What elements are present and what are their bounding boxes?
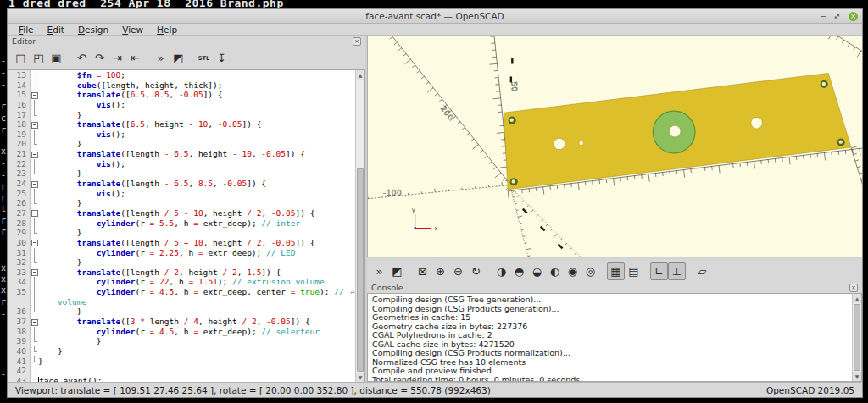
- code-line[interactable]: 14 cube([length, height, thick]);: [8, 80, 355, 91]
- code-line[interactable]: 23 }: [8, 168, 355, 179]
- new-file-button[interactable]: □: [12, 49, 30, 67]
- show-surfaces-button[interactable]: ▦: [607, 262, 625, 280]
- editor-pane: Editor × □◰▣↶↷⇥⇤»◩STL↧ 13 $fn = 100;14 c…: [8, 36, 365, 382]
- scroll-down-icon[interactable]: ▼: [853, 372, 861, 381]
- code-line[interactable]: 29 }: [8, 228, 355, 238]
- show-scale-markers-button[interactable]: ⊥: [668, 262, 686, 280]
- code-line[interactable]: 41}: [8, 356, 355, 367]
- code-line[interactable]: 16 vis();: [8, 100, 355, 110]
- code-line[interactable]: 26 }: [8, 198, 355, 208]
- code-line[interactable]: 27 translate([length / 5 - 10, height / …: [8, 208, 355, 218]
- show-axes-button[interactable]: ∟: [650, 262, 668, 280]
- code-line[interactable]: 38 cylinder(r = 4.5, h = extr_deep); // …: [8, 327, 355, 337]
- code-line[interactable]: 39 }: [8, 336, 355, 346]
- code-line[interactable]: 25 vis();: [8, 189, 355, 199]
- indent-button[interactable]: ⇥: [108, 49, 126, 67]
- scroll-up-icon[interactable]: ▲: [356, 70, 364, 80]
- titlebar[interactable]: face-avant.scad* — OpenSCAD − ↔ ×: [8, 9, 862, 24]
- close-icon[interactable]: ×: [353, 37, 361, 46]
- terminal-char: -: [1, 158, 6, 168]
- restore-button[interactable]: ↔: [832, 11, 843, 22]
- zoom-all-button[interactable]: ⊠: [414, 262, 431, 280]
- code-line[interactable]: 35 cylinder(r = 4.5, h = extr_deep, cent…: [8, 287, 355, 297]
- view-bottom-button[interactable]: ◒: [528, 262, 546, 280]
- scrollbar-thumb[interactable]: [854, 304, 860, 371]
- code-line[interactable]: 30 translate([length / 5 + 10, height / …: [8, 238, 355, 248]
- menu-edit[interactable]: Edit: [42, 25, 70, 35]
- version-text: OpenSCAD 2019.05: [766, 385, 854, 395]
- undo-button[interactable]: ↶: [73, 49, 91, 67]
- render-button[interactable]: ◩: [388, 262, 406, 280]
- fold-marker-icon[interactable]: [31, 119, 38, 130]
- center-hole: [669, 125, 681, 137]
- unindent-button[interactable]: ⇤: [126, 49, 144, 67]
- code-line[interactable]: 24 translate([length - 6.5, 8.5, -0.05])…: [8, 179, 355, 189]
- send-to-printer-button[interactable]: ↧: [213, 49, 231, 67]
- code-line[interactable]: 22 vis();: [8, 159, 355, 169]
- horizontal-splitter[interactable]: [367, 257, 862, 260]
- menu-view[interactable]: View: [116, 25, 149, 35]
- preview-button[interactable]: »: [152, 49, 170, 67]
- fold-marker-icon[interactable]: [31, 179, 38, 189]
- code-line[interactable]: 19 vis();: [8, 130, 355, 140]
- export-stl-button[interactable]: STL: [195, 49, 213, 67]
- code-line[interactable]: 33 translate([length / 2, height / 2, 1.…: [8, 268, 355, 278]
- scroll-up-icon[interactable]: ▲: [853, 294, 861, 303]
- view-front-button[interactable]: ◉: [564, 262, 581, 280]
- code-line[interactable]: 31 cylinder(r = 2.25, h = extr_deep); //…: [8, 248, 355, 258]
- code-line[interactable]: volume: [8, 297, 355, 307]
- view-back-button[interactable]: ◎: [581, 262, 599, 280]
- show-wireframe-button[interactable]: ▤: [625, 262, 643, 280]
- preview-button[interactable]: »: [370, 262, 388, 280]
- code-line[interactable]: 36 }: [8, 306, 355, 317]
- terminal-char: r: [1, 182, 6, 191]
- view-right-button[interactable]: ◑: [492, 262, 510, 280]
- fold-marker-icon[interactable]: [31, 149, 38, 159]
- code-line[interactable]: 40 }: [8, 346, 355, 356]
- fold-marker-icon[interactable]: [31, 238, 38, 248]
- redo-button[interactable]: ↷: [91, 49, 108, 67]
- code-line[interactable]: 15 translate([6.5, 8.5, -0.05]) {: [8, 90, 355, 100]
- code-line[interactable]: 34 cylinder(r = 22, h = 1.51); // extrus…: [8, 277, 355, 287]
- editor-panel-title: Editor: [12, 36, 36, 46]
- code-line[interactable]: 17 }: [8, 110, 355, 120]
- view-top-button[interactable]: ◓: [510, 262, 528, 280]
- zoom-out-button[interactable]: ⊖: [449, 262, 467, 280]
- reset-view-button[interactable]: ↻: [467, 262, 485, 280]
- fold-marker-icon[interactable]: [31, 317, 38, 327]
- minimize-button[interactable]: −: [820, 12, 826, 21]
- menu-design[interactable]: Design: [72, 25, 114, 35]
- console-scrollbar[interactable]: ▲ ▼: [852, 294, 861, 381]
- fold-marker-icon[interactable]: [31, 208, 38, 218]
- code-text: $fn = 100;: [38, 70, 125, 80]
- code-line[interactable]: 13 $fn = 100;: [8, 70, 355, 80]
- code-text: cylinder(r = 4.5, h = extr_deep, center …: [38, 287, 348, 297]
- scroll-down-icon[interactable]: ▼: [356, 373, 364, 382]
- code-line[interactable]: 21 translate([length - 6.5, height - 10,…: [8, 149, 355, 159]
- fold-marker-icon[interactable]: [31, 268, 38, 278]
- save-file-button[interactable]: ▣: [47, 49, 65, 67]
- orthogonal-view-button[interactable]: ▱: [693, 262, 711, 280]
- close-window-button[interactable]: ×: [849, 12, 858, 21]
- open-file-button[interactable]: ◰: [30, 49, 47, 67]
- fold-marker-icon[interactable]: [31, 90, 38, 100]
- editor-scrollbar[interactable]: ▲ ▼: [355, 70, 364, 382]
- code-text: translate([length / 5 + 10, height / 2, …: [38, 238, 314, 248]
- code-line[interactable]: 42: [8, 366, 355, 376]
- scrollbar-thumb[interactable]: [357, 168, 364, 372]
- code-line[interactable]: 32 }: [8, 257, 355, 268]
- menu-help[interactable]: Help: [151, 25, 183, 35]
- close-icon[interactable]: ×: [849, 284, 858, 292]
- code-text: cube([length, height, thick]);: [38, 80, 223, 91]
- render-button[interactable]: ◩: [170, 49, 187, 67]
- menu-file[interactable]: File: [13, 25, 40, 35]
- code-line[interactable]: 37 translate([3 * length / 4, height / 2…: [8, 317, 355, 327]
- code-line[interactable]: 28 cylinder(r = 5.5, h = extr_deep); // …: [8, 218, 355, 229]
- code-line[interactable]: 20 }: [8, 139, 355, 149]
- view-left-button[interactable]: ◐: [546, 262, 564, 280]
- code-line[interactable]: 18 translate([6.5, height - 10, -0.05]) …: [8, 119, 355, 130]
- 3d-viewport[interactable]: 200 50 -100: [367, 36, 862, 257]
- code-line[interactable]: 43face_avant();: [8, 376, 355, 382]
- code-editor[interactable]: 13 $fn = 100;14 cube([length, height, th…: [8, 70, 355, 382]
- zoom-in-button[interactable]: ⊕: [431, 262, 449, 280]
